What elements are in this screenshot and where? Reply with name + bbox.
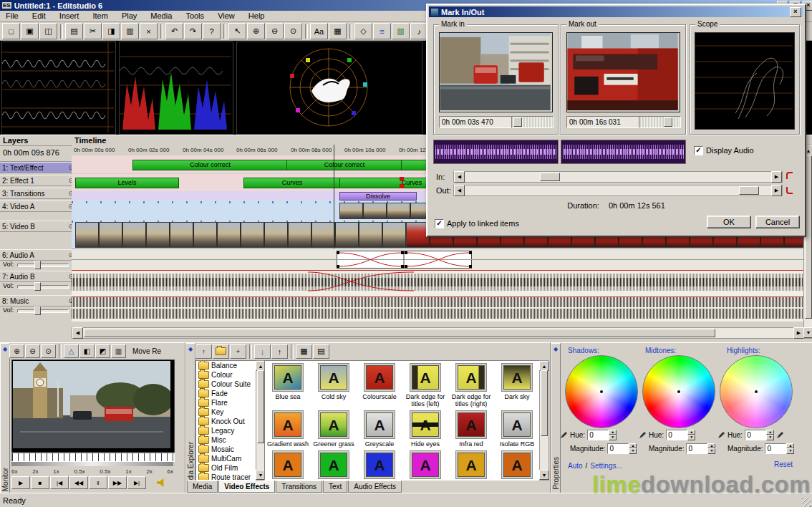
menu-help[interactable]: Help xyxy=(243,11,271,21)
effect-infra-red[interactable]: AInfra red xyxy=(448,410,494,448)
layer-row-effect1[interactable]: 2: Effect 1⊙ xyxy=(0,175,76,186)
effect-dark-edge-left[interactable]: ADark edge for titles (left) xyxy=(402,363,448,407)
highlights-hue-input[interactable]: 0 xyxy=(745,430,766,440)
delete-icon[interactable]: × xyxy=(140,23,158,39)
tab-transitions[interactable]: Transitions xyxy=(276,481,322,493)
display-audio-checkbox[interactable]: ✓ xyxy=(694,146,703,155)
timeline-hscrollbar[interactable]: ◀ ▶ xyxy=(72,327,805,339)
folder-balance[interactable]: Balance xyxy=(196,361,256,370)
ok-button[interactable]: OK xyxy=(707,216,751,228)
effect-cold-sky[interactable]: ACold sky xyxy=(311,363,357,400)
midtones-color-wheel[interactable] xyxy=(642,355,715,428)
menu-file[interactable]: File xyxy=(0,11,24,21)
folder-colour-suite[interactable]: Colour Suite xyxy=(196,380,256,389)
sort-down-icon[interactable]: ↓ xyxy=(254,344,271,359)
effect-gradient-wash[interactable]: AGradient wash xyxy=(265,410,311,448)
scroll-right-icon[interactable]: ▶ xyxy=(793,327,804,339)
save-icon[interactable]: ◫ xyxy=(39,23,57,39)
undo-icon[interactable]: ↶ xyxy=(165,23,183,39)
scroll-down-icon[interactable]: ▼ xyxy=(539,470,549,480)
clip-dissolve[interactable]: Dissolve xyxy=(339,192,417,201)
shadows-color-wheel[interactable] xyxy=(565,355,638,428)
effect-greyscale[interactable]: AGreyscale xyxy=(357,410,402,448)
menu-play[interactable]: Play xyxy=(116,11,142,21)
keyframe-icon[interactable]: ◇ xyxy=(354,23,372,39)
video-b-clip-strip[interactable] xyxy=(75,222,407,248)
tree-scroll-thumb[interactable] xyxy=(257,370,264,443)
mask-icon[interactable]: ◩ xyxy=(95,344,110,358)
out-slider-right-icon[interactable]: ▶ xyxy=(771,185,782,196)
highlights-magnitude-input[interactable]: 0 xyxy=(765,443,786,454)
zoom-out-icon[interactable]: ⊖ xyxy=(266,23,284,39)
effects-scrollbar[interactable]: ▲ ▼ xyxy=(539,360,549,481)
effect-item-partial[interactable]: A xyxy=(448,450,494,479)
track-audio-b[interactable] xyxy=(72,270,803,294)
midtones-magnitude-spinner[interactable]: ▲▼ xyxy=(707,443,715,454)
monitor-shuttle-bar[interactable] xyxy=(11,462,173,466)
out-slider-left-icon[interactable]: ◀ xyxy=(454,185,465,196)
resize-grip[interactable] xyxy=(802,498,811,507)
add-folder-icon[interactable]: + xyxy=(230,344,246,359)
menu-edit[interactable]: Edit xyxy=(26,11,52,21)
eyedropper-icon[interactable] xyxy=(777,431,784,438)
folder-flare[interactable]: Flare xyxy=(196,398,256,407)
audio-a-volume-slider[interactable] xyxy=(16,260,70,269)
reset-link[interactable]: Reset xyxy=(774,460,793,468)
effect-dark-edge-right[interactable]: ADark edge for titles (right) xyxy=(448,363,494,407)
menu-tools[interactable]: Tools xyxy=(180,11,210,21)
playhead-line[interactable] xyxy=(334,145,334,248)
clip-levels[interactable]: Levels xyxy=(75,178,179,188)
clip-colour-correct[interactable]: Colour correct xyxy=(286,160,402,170)
folder-up-icon[interactable]: ↑ xyxy=(195,344,212,359)
media-explorer-grip[interactable]: ◆ Media Explorer xyxy=(185,343,195,493)
monitor-zoom-fit-icon[interactable]: ⊙ xyxy=(41,344,56,358)
menu-view[interactable]: View xyxy=(212,11,241,21)
track-music[interactable] xyxy=(72,294,803,322)
midtones-hue-input[interactable]: 0 xyxy=(666,430,687,440)
stop-icon[interactable]: ■ xyxy=(31,476,49,489)
new-icon[interactable]: □ xyxy=(2,23,20,39)
next-frame-icon[interactable]: ▶| xyxy=(127,476,146,489)
midtones-magnitude-input[interactable]: 0 xyxy=(686,443,707,454)
apply-linked-row[interactable]: ✓ Apply to linked items xyxy=(435,218,519,228)
in-slider-left-icon[interactable]: ◀ xyxy=(454,171,465,183)
monitor-zoom-out-icon[interactable]: ⊖ xyxy=(25,344,40,358)
tab-text[interactable]: Text xyxy=(323,481,347,493)
scroll-left-icon[interactable]: ◀ xyxy=(72,327,83,339)
effect-item-partial[interactable]: A xyxy=(311,450,357,479)
menu-item[interactable]: Item xyxy=(87,11,113,21)
rewind-icon[interactable]: ◀◀ xyxy=(69,476,88,489)
help-icon[interactable]: ? xyxy=(203,23,221,39)
eyedropper-icon[interactable] xyxy=(718,431,725,438)
open-icon[interactable]: ▣ xyxy=(21,23,39,39)
audio-a-crossfade-envelope[interactable] xyxy=(337,251,473,269)
effect-dark-sky[interactable]: ADark sky xyxy=(494,363,540,400)
pause-icon[interactable]: ‖ xyxy=(89,476,107,489)
view-list-icon[interactable]: ▤ xyxy=(313,344,329,359)
grid-icon[interactable]: ▦ xyxy=(329,23,347,39)
folder-colour[interactable]: Colour xyxy=(196,370,256,380)
clip-colour-correct[interactable]: Colour correct xyxy=(132,160,288,170)
in-slider-thumb[interactable] xyxy=(540,173,560,181)
in-slider[interactable]: ◀ ▶ xyxy=(453,171,783,183)
folder-mosaic[interactable]: Mosaic xyxy=(196,445,256,454)
folder-fade[interactable]: Fade xyxy=(196,389,256,398)
film-icon[interactable]: ▥ xyxy=(392,23,410,39)
paste-icon[interactable]: ▥ xyxy=(121,23,139,39)
properties-grip[interactable]: ◆ Properties xyxy=(551,343,561,493)
display-audio-checkbox-row[interactable]: ✓ Display Audio xyxy=(694,145,754,155)
eyedropper-icon[interactable] xyxy=(561,431,568,438)
timeline-view-icon[interactable]: ≡ xyxy=(373,23,391,39)
shadows-hue-input[interactable]: 0 xyxy=(587,430,609,440)
effect-item-partial[interactable]: A xyxy=(402,450,448,479)
tab-audio-effects[interactable]: Audio Effects xyxy=(348,481,402,493)
layer-row-video-a[interactable]: 4: Video A⊙ xyxy=(0,201,76,212)
monitor-scrub-bar[interactable] xyxy=(11,453,175,462)
speaker-icon[interactable] xyxy=(157,478,166,487)
monitor-mode-label[interactable]: Move Re xyxy=(132,347,161,355)
eyedropper-icon[interactable] xyxy=(639,431,647,438)
folder-route-tracer[interactable]: Route tracer xyxy=(196,473,256,481)
pointer-icon[interactable]: ↖ xyxy=(228,23,246,39)
menu-insert[interactable]: Insert xyxy=(54,11,85,21)
track-audio-a[interactable] xyxy=(72,248,803,271)
